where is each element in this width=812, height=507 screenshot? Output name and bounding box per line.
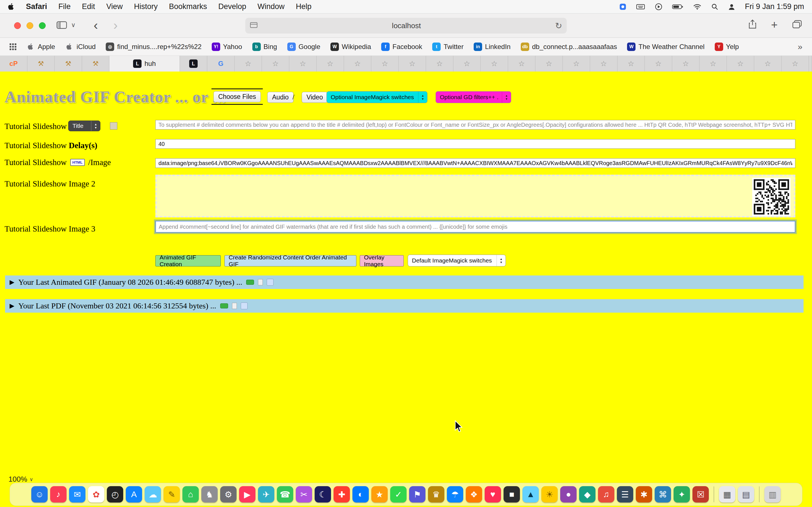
menu-item-edit[interactable]: Edit bbox=[82, 2, 95, 11]
tab-bookmark-star[interactable]: ☆ bbox=[700, 56, 727, 71]
file-input[interactable]: Choose Files bbox=[211, 89, 263, 105]
bookmarks-grid-icon[interactable] bbox=[10, 43, 16, 50]
tab-bookmark-star[interactable]: ☆ bbox=[645, 56, 672, 71]
bookmark-google[interactable]: GGoogle bbox=[287, 43, 320, 51]
dock-favorites-icon[interactable]: ★ bbox=[371, 486, 388, 503]
bookmark-wikipedia[interactable]: WWikipedia bbox=[331, 43, 371, 51]
randomized-gif-button[interactable]: Create Randomized Content Order Animated… bbox=[224, 255, 356, 267]
bookmark-yelp[interactable]: YYelp bbox=[715, 43, 739, 51]
imagemagick-switches-select[interactable]: Optional ImageMagick switches ... ▴▾ bbox=[326, 91, 427, 103]
tab-bookmark-star[interactable]: ☆ bbox=[536, 56, 563, 71]
tab-bookmark-star[interactable]: ☆ bbox=[235, 56, 262, 71]
dock-health-icon[interactable]: ✚ bbox=[334, 486, 350, 503]
tab-bookmark-star[interactable]: ☆ bbox=[672, 56, 700, 71]
dock-editor-icon[interactable]: ✂ bbox=[296, 486, 312, 503]
sidebar-chevron-icon[interactable]: ∨ bbox=[71, 21, 75, 29]
dock-app-store-icon[interactable]: A bbox=[126, 486, 142, 503]
tab-bookmark-star[interactable]: ☆ bbox=[727, 56, 754, 71]
dock-gems-icon[interactable]: ❖ bbox=[466, 486, 482, 503]
dock-chess-icon[interactable]: ♞ bbox=[201, 486, 218, 503]
dock-command-icon[interactable]: ⌘ bbox=[655, 486, 671, 503]
forward-button[interactable]: › bbox=[113, 18, 117, 32]
dock-weather-icon[interactable]: ☂ bbox=[447, 486, 463, 503]
doc-icon[interactable] bbox=[232, 303, 237, 309]
watermark-comment-input[interactable] bbox=[155, 221, 795, 233]
tab-bookmark-star[interactable]: ☆ bbox=[563, 56, 590, 71]
default-imagemagick-select[interactable]: Default ImageMagick switches ... ▴▾ bbox=[408, 255, 506, 267]
tab-overview-icon[interactable] bbox=[792, 20, 802, 30]
overlay-images-button[interactable]: Overlay Images bbox=[360, 255, 404, 267]
paste-icon[interactable] bbox=[267, 279, 273, 286]
data-uri-input[interactable] bbox=[155, 158, 795, 168]
last-animated-gif-section[interactable]: ▶ Your Last Animated GIF (January 08 202… bbox=[5, 276, 804, 289]
menu-item-window[interactable]: Window bbox=[257, 2, 285, 11]
bookmarks-overflow-icon[interactable]: » bbox=[798, 42, 802, 52]
bookmark-find-minus-rep-22s-22[interactable]: ◎find_minus....rep+%22s%22 bbox=[106, 43, 202, 51]
bookmark-bing[interactable]: bBing bbox=[252, 43, 277, 51]
user-icon[interactable] bbox=[728, 3, 735, 10]
wifi-icon[interactable] bbox=[693, 3, 702, 10]
tab-bookmark-star[interactable]: ☆ bbox=[371, 56, 399, 71]
doc-icon[interactable] bbox=[258, 279, 263, 285]
dock-home-icon[interactable]: ⌂ bbox=[183, 486, 199, 503]
pinned-tab-cpanel[interactable]: cP bbox=[0, 56, 28, 71]
disclosure-triangle-icon[interactable]: ▶ bbox=[10, 279, 14, 286]
dock-cloud-icon[interactable]: ☁ bbox=[145, 486, 161, 503]
menu-item-view[interactable]: View bbox=[106, 2, 123, 11]
share-icon[interactable] bbox=[749, 19, 756, 30]
color-swatch[interactable] bbox=[110, 122, 117, 129]
tab-google[interactable]: G bbox=[207, 56, 235, 71]
spotlight-search-icon[interactable] bbox=[711, 3, 718, 10]
dock-diamond-icon[interactable]: ◆ bbox=[579, 486, 596, 503]
menu-item-bookmarks[interactable]: Bookmarks bbox=[169, 2, 207, 11]
new-tab-button[interactable]: + bbox=[771, 19, 777, 31]
play-circle-icon[interactable] bbox=[655, 3, 663, 11]
bookmark-apple[interactable]: Apple bbox=[27, 43, 55, 51]
dock-contrast-icon[interactable]: ◐ bbox=[352, 486, 369, 503]
paste-icon[interactable] bbox=[241, 302, 248, 309]
pinned-tab-tool[interactable]: ⚒ bbox=[28, 56, 55, 71]
dock-list-icon[interactable]: ☰ bbox=[617, 486, 633, 503]
dock-terminal-icon[interactable]: ■ bbox=[504, 486, 520, 503]
app-badge-icon[interactable] bbox=[619, 3, 626, 10]
disclosure-triangle-icon[interactable]: ▶ bbox=[10, 302, 14, 309]
menu-item-safari[interactable]: Safari bbox=[26, 2, 47, 11]
dock-tv-icon[interactable]: ▶ bbox=[239, 486, 255, 503]
dock-night-icon[interactable]: ☾ bbox=[315, 486, 331, 503]
tab-bookmark-star[interactable]: ☆ bbox=[289, 56, 317, 71]
dock-travel-icon[interactable]: ✈ bbox=[258, 486, 274, 503]
battery-icon[interactable] bbox=[672, 4, 683, 10]
tab-bookmark-star[interactable]: ☆ bbox=[344, 56, 371, 71]
dock-finder-icon[interactable]: ☺ bbox=[31, 486, 48, 503]
tab-bookmark-star[interactable]: ☆ bbox=[262, 56, 289, 71]
dock-asterisk-icon[interactable]: ✱ bbox=[636, 486, 652, 503]
zoom-indicator[interactable]: 100% ∨ bbox=[8, 475, 33, 484]
dock-spark-icon[interactable]: ✦ bbox=[673, 486, 690, 503]
dock-sun-icon[interactable]: ☀ bbox=[541, 486, 558, 503]
bookmark-db-connect-p-aaasaaafaas[interactable]: dbdb_connect.p...aaasaaafaas bbox=[521, 43, 617, 51]
bookmark-linkedin[interactable]: inLinkedIn bbox=[474, 43, 511, 51]
tab-bookmark-star[interactable]: ☆ bbox=[754, 56, 781, 71]
animated-gif-creation-button[interactable]: Animated GIF Creation bbox=[155, 255, 221, 267]
menu-item-develop[interactable]: Develop bbox=[218, 2, 246, 11]
sidebar-toggle-button[interactable]: ∨ bbox=[56, 21, 75, 29]
dock-settings-icon[interactable]: ⚙ bbox=[220, 486, 237, 503]
dock-trash-icon[interactable]: ▥ bbox=[764, 486, 781, 503]
delay-input[interactable] bbox=[155, 139, 795, 149]
tab-bookmark-star[interactable]: ☆ bbox=[453, 56, 481, 71]
dock-photos-icon[interactable]: ✿ bbox=[88, 486, 104, 503]
menu-item-help[interactable]: Help bbox=[296, 2, 312, 11]
tab-active-huh[interactable]: L huh bbox=[109, 56, 180, 71]
dock-music-icon[interactable]: ♪ bbox=[50, 486, 66, 503]
pinned-tab-tool[interactable]: ⚒ bbox=[82, 56, 109, 71]
menu-item-history[interactable]: History bbox=[134, 2, 158, 11]
bookmark-twitter[interactable]: tTwitter bbox=[432, 43, 463, 51]
menu-item-file[interactable]: File bbox=[58, 2, 71, 11]
minimize-window-button[interactable] bbox=[27, 22, 33, 29]
image2-drop-area[interactable] bbox=[155, 175, 795, 217]
badge-green-icon[interactable] bbox=[246, 280, 254, 285]
dock-mail-icon[interactable]: ✉ bbox=[69, 486, 86, 503]
dock-media-icon[interactable]: ♫ bbox=[598, 486, 614, 503]
close-window-button[interactable] bbox=[14, 22, 21, 29]
dock-downloads-icon[interactable]: ▦ bbox=[719, 486, 735, 503]
